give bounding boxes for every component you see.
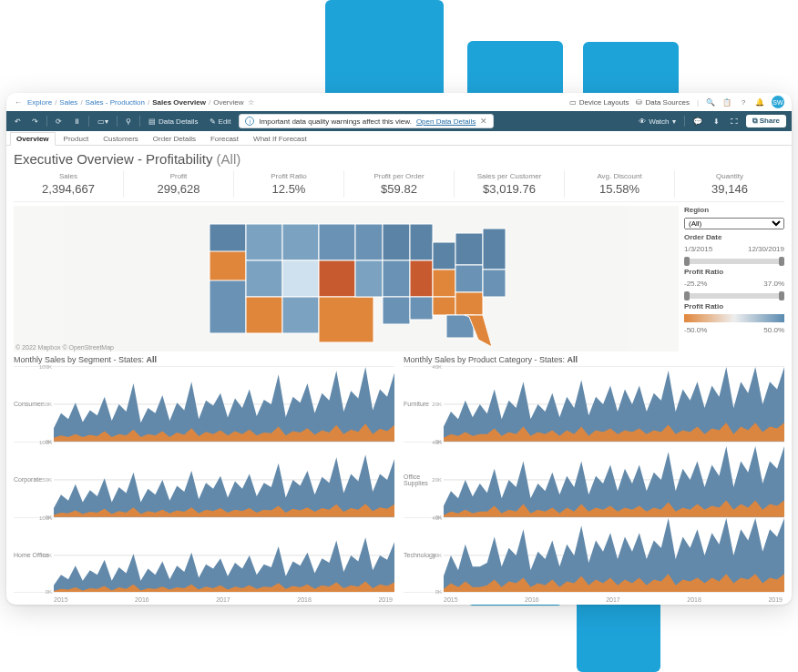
banner-close-icon[interactable]: ✕ xyxy=(480,117,487,126)
svg-rect-5 xyxy=(246,260,282,297)
orderdate-to: 12/30/2019 xyxy=(748,245,784,253)
alert-icon[interactable]: ⚲ xyxy=(123,117,134,126)
svg-rect-7 xyxy=(282,224,319,260)
kpi-sales: Sales2,394,667 xyxy=(14,170,123,198)
edit-button[interactable]: ✎ Edit xyxy=(207,117,234,126)
tab-overview[interactable]: Overview xyxy=(10,132,56,146)
svg-rect-28 xyxy=(483,270,506,297)
help-icon[interactable]: ? xyxy=(739,97,748,107)
clipboard-icon[interactable]: 📋 xyxy=(722,97,732,107)
svg-rect-10 xyxy=(319,224,355,260)
svg-rect-18 xyxy=(410,224,433,260)
tab-forecast[interactable]: Forecast xyxy=(204,132,245,145)
svg-rect-26 xyxy=(455,292,483,315)
svg-rect-11 xyxy=(319,260,355,297)
svg-rect-19 xyxy=(410,260,433,297)
avatar[interactable]: SW xyxy=(772,96,784,108)
svg-rect-20 xyxy=(410,297,433,320)
device-layouts-button[interactable]: ▭Device Layouts xyxy=(569,98,629,107)
crumb-leaf: Overview xyxy=(213,98,243,107)
info-icon: i xyxy=(245,117,254,126)
dashboard-content: Executive Overview - Profitability (All)… xyxy=(6,146,792,605)
svg-rect-23 xyxy=(433,297,455,315)
svg-rect-2 xyxy=(210,251,246,282)
view-icon[interactable]: ▭▾ xyxy=(95,117,111,126)
svg-rect-25 xyxy=(455,265,483,292)
svg-rect-14 xyxy=(355,260,383,297)
notifications-bell-icon[interactable]: 🔔 xyxy=(755,97,764,107)
share-button[interactable]: ⧉ Share xyxy=(746,115,786,127)
fullscreen-icon[interactable]: ⛶ xyxy=(728,117,741,126)
profit-ratio2-max: 50.0% xyxy=(763,326,784,334)
profit-ratio-slider[interactable] xyxy=(684,293,784,299)
crumb-sales-overview[interactable]: Sales Overview xyxy=(152,98,206,107)
data-sources-button[interactable]: ⛁Data Sources xyxy=(636,98,689,107)
pause-icon[interactable]: ⏸ xyxy=(70,117,83,126)
toolbar: ↶ ↷ ⟳ ⏸ ▭▾ ⚲ ▤ Data Details ✎ Edit i Imp… xyxy=(6,111,792,131)
svg-rect-13 xyxy=(355,224,383,260)
profit-ratio-max: 37.0% xyxy=(763,280,784,288)
profit-ratio2-label: Profit Ratio xyxy=(684,302,784,311)
color-legend xyxy=(684,314,784,322)
data-quality-banner: i Important data quality warnings affect… xyxy=(239,114,494,128)
filters-panel: Region (All) Order Date 1/3/201512/30/20… xyxy=(684,206,784,351)
open-data-details-link[interactable]: Open Data Details xyxy=(416,117,476,126)
orderdate-label: Order Date xyxy=(684,233,784,241)
kpi-sales-per-customer: Sales per Customer$3,019.76 xyxy=(454,170,564,198)
database-icon: ⛁ xyxy=(636,98,642,107)
mini-chart[interactable]: 0K50K100K xyxy=(54,443,394,517)
svg-rect-9 xyxy=(282,297,319,333)
segment-charts: Monthly Sales by Segment - States: All C… xyxy=(14,355,394,603)
crumb-explore[interactable]: Explore xyxy=(27,98,52,107)
sheet-tabs: OverviewProductCustomersOrder DetailsFor… xyxy=(6,131,792,146)
search-icon[interactable]: 🔍 xyxy=(706,97,715,107)
mini-chart[interactable]: 0K20K40K xyxy=(444,367,784,442)
crumb-sales-production[interactable]: Sales - Production xyxy=(86,98,145,107)
orderdate-slider[interactable] xyxy=(684,259,784,264)
undo-icon[interactable]: ↶ xyxy=(12,117,24,126)
svg-rect-15 xyxy=(383,224,410,260)
mini-chart[interactable]: 0K20K40K xyxy=(444,443,784,517)
favorite-star-icon[interactable]: ☆ xyxy=(247,97,256,107)
refresh-icon[interactable]: ⟳ xyxy=(53,117,65,126)
breadcrumb: Explore/ Sales/ Sales - Production/ Sale… xyxy=(27,97,256,107)
svg-rect-24 xyxy=(455,233,483,265)
device-icon: ▭ xyxy=(569,98,577,107)
svg-rect-21 xyxy=(433,242,455,270)
app-window: ← Explore/ Sales/ Sales - Production/ Sa… xyxy=(6,93,792,605)
mini-chart[interactable]: 0K50K100K xyxy=(54,367,394,442)
watch-button[interactable]: 👁 Watch ▾ xyxy=(636,117,678,126)
comments-icon[interactable]: 💬 xyxy=(691,117,705,126)
crumb-sales[interactable]: Sales xyxy=(59,98,77,107)
svg-rect-12 xyxy=(319,297,373,342)
banner-text: Important data quality warnings affect t… xyxy=(259,117,412,126)
svg-rect-27 xyxy=(483,229,506,270)
tab-what-if-forecast[interactable]: What If Forecast xyxy=(247,132,313,145)
tab-product[interactable]: Product xyxy=(57,132,96,145)
region-label: Region xyxy=(684,206,784,214)
top-bar: ← Explore/ Sales/ Sales - Production/ Sa… xyxy=(6,93,792,111)
profit-ratio-min: -25.2% xyxy=(684,280,707,288)
svg-rect-3 xyxy=(210,280,246,333)
mini-chart[interactable]: 0K20K40K xyxy=(444,518,784,593)
tab-order-details[interactable]: Order Details xyxy=(147,132,202,145)
mini-chart[interactable]: 0K50K100K xyxy=(54,518,394,593)
kpi-profit-per-order: Profit per Order$59.82 xyxy=(343,170,454,198)
back-icon[interactable]: ← xyxy=(14,97,23,107)
data-details-button[interactable]: ▤ Data Details xyxy=(146,117,201,126)
redo-icon[interactable]: ↷ xyxy=(29,117,41,126)
kpi-profit-ratio: Profit Ratio12.5% xyxy=(233,170,343,198)
svg-rect-6 xyxy=(246,297,282,333)
svg-rect-8 xyxy=(282,260,319,297)
download-icon[interactable]: ⬇ xyxy=(711,117,722,126)
svg-rect-16 xyxy=(383,260,410,297)
profitability-map[interactable]: © 2022 Mapbox © OpenStreetMap xyxy=(14,206,679,351)
profit-ratio2-min: -50.0% xyxy=(684,326,707,334)
tab-customers[interactable]: Customers xyxy=(97,132,145,145)
svg-rect-4 xyxy=(246,224,282,260)
orderdate-from: 1/3/2015 xyxy=(684,245,712,253)
svg-rect-22 xyxy=(433,270,455,297)
page-title: Executive Overview - Profitability (All) xyxy=(14,151,784,167)
kpi-quantity: Quantity39,146 xyxy=(674,170,784,198)
region-select[interactable]: (All) xyxy=(684,218,784,229)
